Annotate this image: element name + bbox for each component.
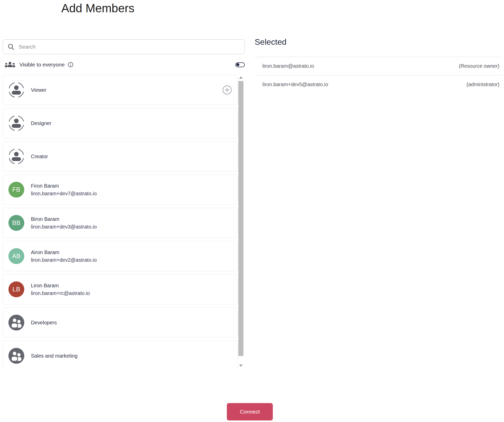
group-avatar-icon [8,348,24,364]
list-item-user[interactable]: BB Biron Baram liron.baram+dev3@astrato.… [3,208,238,238]
selected-email: liron.baram+dev5@astrato.io [262,82,328,87]
role-avatar-icon [8,115,24,131]
search-input[interactable] [19,44,240,50]
toggle-knob [236,63,239,66]
member-label: Viewer [31,87,46,93]
role-avatar-icon [8,149,24,164]
user-avatar: AB [8,248,24,264]
visible-to-everyone-label: Visible to everyone [19,62,65,68]
member-email: liron.baram+dev3@astrato.io [31,224,97,230]
scroll-down-arrow-icon[interactable] [239,364,243,367]
list-item-designer[interactable]: Designer [3,108,238,138]
selected-list: liron.baram@astrato.io (Resource owner) … [254,57,502,94]
member-label: Designer [31,120,51,126]
list-item-user[interactable]: FB Firon Baram liron.baram+dev7@astrato.… [3,175,238,205]
list-scrollbar[interactable] [238,75,243,369]
user-avatar: BB [8,215,24,231]
list-item-creator[interactable]: Creator [3,141,238,172]
member-email: liron.baram+dev2@astrato.io [31,257,97,263]
scroll-up-arrow-icon[interactable] [239,76,243,79]
list-item-user[interactable]: AB Airon Baram liron.baram+dev2@astrato.… [3,241,238,271]
member-name: Biron Baram [31,216,97,222]
selected-row: liron.baram@astrato.io (Resource owner) [254,57,502,75]
selected-role: (administrator) [466,82,499,87]
list-item-viewer[interactable]: Viewer [3,75,238,105]
selected-row: liron.baram+dev5@astrato.io (administrat… [254,75,502,94]
member-label: Sales and marketing [31,353,77,359]
info-icon[interactable] [68,62,73,67]
member-label: Developers [31,320,57,326]
selected-heading: Selected [255,37,287,47]
member-email: liron.baram+rc@astrato.io [31,290,90,296]
group-avatar-icon [8,315,24,330]
member-name: Airon Baram [31,249,97,255]
member-name: Firon Baram [31,183,97,189]
visible-to-everyone-row: Visible to everyone [3,59,245,71]
role-avatar-icon [8,82,24,98]
list-item-group[interactable]: Sales and marketing [3,341,238,369]
member-name: Liron Baram [31,283,90,289]
user-avatar: FB [8,182,24,198]
page-title: Add Members [61,1,134,16]
member-label: Creator [31,154,48,159]
scrollbar-thumb[interactable] [238,81,243,356]
selected-role: (Resource owner) [459,63,499,69]
selected-email: liron.baram@astrato.io [262,63,314,69]
member-email: liron.baram+dev7@astrato.io [31,191,97,197]
connect-button[interactable]: Connect [227,403,273,420]
member-list: Viewer Designer Creator FB Firon Baram [3,75,238,369]
search-icon [7,43,15,50]
add-plus-icon[interactable] [222,85,232,95]
visibility-toggle[interactable] [235,62,245,67]
groups-icon [5,61,15,68]
list-item-group[interactable]: Developers [3,307,238,338]
list-item-user[interactable]: LB Liron Baram liron.baram+rc@astrato.io [3,274,238,304]
search-box[interactable] [3,39,245,54]
user-avatar: LB [8,281,24,297]
